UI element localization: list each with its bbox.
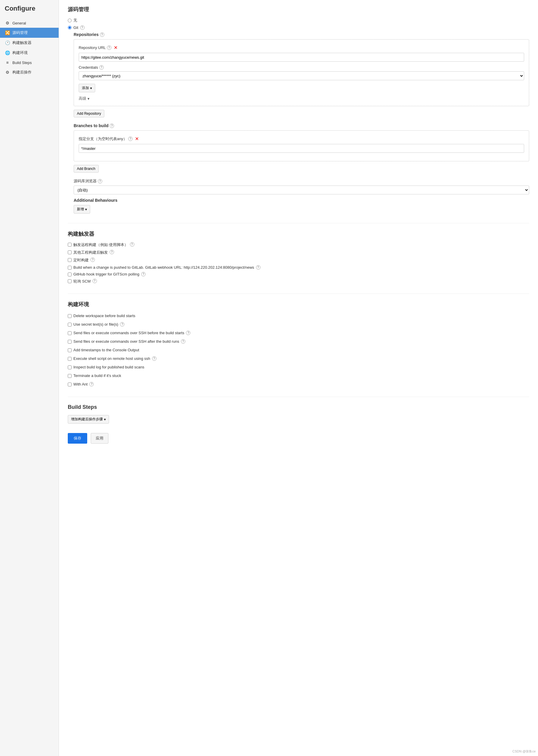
trigger-periodic-checkbox[interactable] xyxy=(68,258,72,262)
trigger-poll-label[interactable]: 轮询 SCM xyxy=(73,279,91,284)
env-ant-label[interactable]: With Ant xyxy=(73,382,87,386)
repositories-help-icon[interactable]: ? xyxy=(100,32,104,37)
radio-git[interactable] xyxy=(68,26,72,30)
sidebar-item-general[interactable]: ⚙ General xyxy=(0,18,59,28)
radio-none[interactable] xyxy=(68,19,72,23)
build-env-section: 构建环境 Delete workspace before build start… xyxy=(68,301,529,387)
trigger-periodic-help[interactable]: ? xyxy=(90,258,95,262)
repositories-label: Repositories ? xyxy=(74,32,529,37)
env-ssh-after-row: Send files or execute commands over SSH … xyxy=(68,338,529,345)
advanced-row[interactable]: 高级 ▾ xyxy=(79,96,524,101)
credentials-select[interactable]: zhangyuce/****** (zyc) xyxy=(79,71,524,80)
trigger-after-checkbox[interactable] xyxy=(68,250,72,254)
git-help-icon[interactable]: ? xyxy=(80,26,84,30)
add-credentials-btn[interactable]: 添加 ▾ xyxy=(79,84,95,92)
trigger-poll-checkbox[interactable] xyxy=(68,279,72,283)
trigger-periodic-label[interactable]: 定时构建 xyxy=(73,258,89,263)
footer-buttons: 保存 应用 xyxy=(68,433,529,456)
env-secret-help[interactable]: ? xyxy=(120,322,124,327)
divider-2 xyxy=(68,293,529,294)
add-repository-btn[interactable]: Add Repository xyxy=(74,110,104,117)
env-terminate-label[interactable]: Terminate a build if it's stuck xyxy=(73,373,121,378)
env-ssh-after-help[interactable]: ? xyxy=(181,339,185,344)
repo-url-input[interactable] xyxy=(79,53,524,62)
env-shell-row: Execute shell script on remote host usin… xyxy=(68,355,529,362)
save-button[interactable]: 保存 xyxy=(68,433,87,444)
trigger-github-checkbox[interactable] xyxy=(68,273,72,277)
trigger-github-row: GitHub hook trigger for GITScm polling ? xyxy=(68,272,529,277)
sidebar-item-scm[interactable]: 🔀 源码管理 xyxy=(0,28,59,38)
radio-git-row: Git ? xyxy=(68,26,529,30)
sidebar-item-label: Build Steps xyxy=(12,60,32,65)
branch-specifier-help-icon[interactable]: ? xyxy=(128,137,133,141)
env-secret-checkbox[interactable] xyxy=(68,323,72,327)
env-delete-ws-label[interactable]: Delete workspace before build starts xyxy=(73,314,135,318)
env-terminate-checkbox[interactable] xyxy=(68,374,72,378)
repo-browser-select[interactable]: (自动) xyxy=(74,186,529,194)
env-shell-checkbox[interactable] xyxy=(68,357,72,361)
env-shell-help[interactable]: ? xyxy=(152,356,156,361)
git-config: Repositories ? Repository URL ? ✕ Creden… xyxy=(74,32,529,214)
trigger-remote-checkbox[interactable] xyxy=(68,243,72,247)
trigger-github-help[interactable]: ? xyxy=(141,272,145,277)
env-ssh-before-help[interactable]: ? xyxy=(186,331,190,335)
env-inspect-checkbox[interactable] xyxy=(68,365,72,369)
remove-branch-btn[interactable]: ✕ xyxy=(134,135,140,142)
radio-none-label[interactable]: 无 xyxy=(73,18,77,23)
repo-url-row xyxy=(79,53,524,62)
radio-git-label[interactable]: Git xyxy=(73,26,79,30)
triggers-section: 构建触发器 触发远程构建（例如:使用脚本） ? 其他工程构建后触发 ? 定时构建… xyxy=(68,230,529,284)
remove-repo-btn[interactable]: ✕ xyxy=(113,44,119,51)
trigger-gitlab-help[interactable]: ? xyxy=(256,265,260,270)
apply-button[interactable]: 应用 xyxy=(91,433,108,444)
env-ssh-before-row: Send files or execute commands over SSH … xyxy=(68,330,529,336)
repo-browser-help-icon[interactable]: ? xyxy=(98,179,102,183)
env-ssh-after-label[interactable]: Send files or execute commands over SSH … xyxy=(73,339,179,344)
repo-url-help-icon[interactable]: ? xyxy=(107,45,111,50)
trigger-after-label[interactable]: 其他工程构建后触发 xyxy=(73,250,108,255)
build-env-title: 构建环境 xyxy=(68,301,529,308)
env-inspect-label[interactable]: Inspect build log for published build sc… xyxy=(73,365,144,369)
gear-icon: ⚙ xyxy=(5,21,10,26)
clock-icon: 🕐 xyxy=(5,40,10,45)
env-secret-label[interactable]: Use secret text(s) or file(s) xyxy=(73,322,118,327)
credentials-help-icon[interactable]: ? xyxy=(99,65,104,70)
sidebar-item-label: 源码管理 xyxy=(12,30,28,35)
env-ssh-before-label[interactable]: Send files or execute commands over SSH … xyxy=(73,331,184,335)
env-delete-ws-row: Delete workspace before build starts xyxy=(68,313,529,319)
add-branch-btn[interactable]: Add Branch xyxy=(74,165,99,172)
page-title: Configure xyxy=(0,5,59,18)
add-build-step-btn[interactable]: 增加构建后操作步骤 ▾ xyxy=(68,415,109,423)
list-icon: ≡ xyxy=(5,60,10,65)
branch-specifier-label-row: 指定分支（为空时代表any） ? ✕ xyxy=(79,135,524,142)
add-behaviour-btn[interactable]: 新增 ▾ xyxy=(74,205,90,214)
trigger-github-label[interactable]: GitHub hook trigger for GITScm polling xyxy=(73,272,139,277)
trigger-poll-help[interactable]: ? xyxy=(92,279,97,283)
env-timestamps-label[interactable]: Add timestamps to the Console Output xyxy=(73,348,139,352)
env-ssh-before-checkbox[interactable] xyxy=(68,331,72,335)
trigger-gitlab-label[interactable]: Build when a change is pushed to GitLab.… xyxy=(73,265,254,270)
sidebar-item-label: 构建环境 xyxy=(12,50,28,55)
sidebar-item-post-build[interactable]: ⚙ 构建后操作 xyxy=(0,67,59,77)
trigger-after-help[interactable]: ? xyxy=(110,250,114,254)
env-ssh-after-checkbox[interactable] xyxy=(68,340,72,344)
env-timestamps-checkbox[interactable] xyxy=(68,348,72,352)
trigger-periodic-row: 定时构建 ? xyxy=(68,258,529,263)
sidebar-item-build-steps[interactable]: ≡ Build Steps xyxy=(0,58,59,67)
trigger-remote-label[interactable]: 触发远程构建（例如:使用脚本） xyxy=(73,242,128,247)
env-ant-checkbox[interactable] xyxy=(68,383,72,386)
build-steps-section: Build Steps 增加构建后操作步骤 ▾ xyxy=(68,404,529,423)
branches-label: Branches to build ? xyxy=(74,123,529,128)
env-ant-help[interactable]: ? xyxy=(89,382,94,386)
env-shell-label[interactable]: Execute shell script on remote host usin… xyxy=(73,356,150,361)
main-content: 源码管理 无 Git ? Repositories ? Repository U… xyxy=(59,0,538,756)
scm-section: 源码管理 无 Git ? Repositories ? Repository U… xyxy=(68,6,529,214)
sidebar-item-triggers[interactable]: 🕐 构建触发器 xyxy=(0,38,59,48)
trigger-gitlab-checkbox[interactable] xyxy=(68,266,72,270)
trigger-remote-help[interactable]: ? xyxy=(130,242,134,247)
sidebar-item-env[interactable]: 🌐 构建环境 xyxy=(0,48,59,58)
branch-input[interactable] xyxy=(79,144,524,153)
env-terminate-row: Terminate a build if it's stuck xyxy=(68,373,529,379)
env-delete-ws-checkbox[interactable] xyxy=(68,314,72,318)
branches-help-icon[interactable]: ? xyxy=(110,124,114,128)
